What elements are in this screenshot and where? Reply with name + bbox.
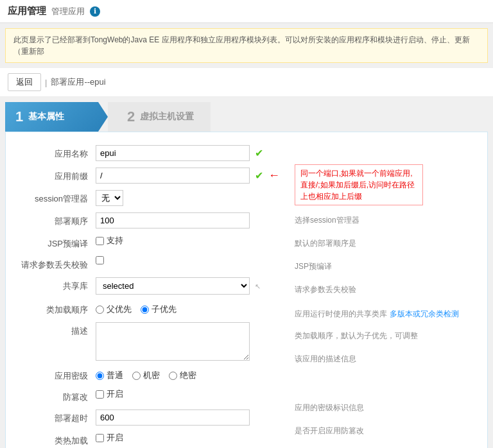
- load-order-label: 类加载顺序: [19, 301, 96, 316]
- deploy-order-input[interactable]: [96, 212, 250, 228]
- load-order-wrap: 父优先 子优先: [96, 301, 282, 315]
- security-topsecret-radio[interactable]: [169, 372, 177, 380]
- jsp-checkbox-text: 支持: [107, 235, 123, 246]
- load-order-row: 类加载顺序 父优先 子优先: [19, 301, 282, 316]
- jsp-checkbox[interactable]: [96, 237, 104, 245]
- info-icon[interactable]: ℹ: [90, 6, 100, 17]
- desc-wrap: [96, 322, 282, 361]
- shared-lib-hint: 应用运行时使用的共享类库: [295, 308, 387, 320]
- security-normal-text: 普通: [107, 370, 123, 381]
- security-secret-label[interactable]: 机密: [132, 370, 160, 381]
- jsp-checkbox-label[interactable]: 支持: [96, 235, 123, 246]
- shared-lib-wrap: selected ↖: [96, 277, 282, 295]
- shared-lib-select[interactable]: selected: [96, 277, 250, 295]
- session-hint: 选择session管理器: [295, 212, 474, 230]
- jsp-row: JSP预编译 支持: [19, 235, 282, 250]
- shared-lib-hint-row: 应用运行时使用的共享类库 多版本或冗余类检测: [295, 304, 474, 322]
- security-wrap: 普通 机密 绝密: [96, 367, 282, 381]
- page-header: 应用管理 管理应用 ℹ: [0, 0, 493, 23]
- tamper-hint: 是否开启应用防篡改: [295, 422, 474, 440]
- red-arrow-icon: ←: [268, 169, 280, 182]
- param-validate-wrap: [96, 256, 282, 264]
- step-header: 1 基本属性 2 虚拟主机设置: [5, 102, 488, 132]
- back-button[interactable]: 返回: [8, 73, 41, 91]
- load-order-parent-label[interactable]: 父优先: [96, 304, 132, 315]
- page-subtitle: 管理应用: [51, 6, 85, 17]
- session-wrap: 无: [96, 190, 282, 206]
- security-secret-radio[interactable]: [132, 372, 141, 380]
- load-order-child-label[interactable]: 子优先: [141, 304, 177, 315]
- shared-lib-label: 共享库: [19, 277, 96, 292]
- form-two-col: 应用名称 ✔ 应用前缀 ✔ ←: [19, 145, 474, 448]
- desc-label: 描述: [19, 322, 96, 337]
- security-topsecret-text: 绝密: [180, 370, 196, 381]
- app-name-label: 应用名称: [19, 145, 96, 160]
- hot-reload-checkbox-text: 开启: [107, 432, 123, 444]
- jsp-wrap: 支持: [96, 235, 282, 246]
- deploy-order-row: 部署顺序: [19, 212, 282, 228]
- breadcrumb: 返回 | 部署应用--epui: [0, 68, 493, 97]
- hot-reload-checkbox-label[interactable]: 开启: [96, 432, 123, 444]
- app-prefix-row: 应用前缀 ✔ ←: [19, 168, 282, 184]
- shared-lib-row: 共享库 selected ↖: [19, 277, 282, 295]
- info-bar: 此页显示了已经部署到TongWeb的Java EE 应用程序和独立应用程序模块列…: [5, 28, 488, 63]
- cursor-icon: ↖: [255, 282, 261, 291]
- timeout-label: 部署超时: [19, 409, 96, 424]
- jsp-label: JSP预编译: [19, 235, 96, 250]
- annotation-text: 同一个端口,如果就一个前端应用,直接/;如果加后缀后,访问时在路径上也相应加上后…: [300, 169, 415, 201]
- app-name-check-icon: ✔: [255, 147, 263, 159]
- session-row: session管理器 无: [19, 190, 282, 206]
- param-validate-label: 请求参数丢失校验: [19, 256, 96, 271]
- deploy-order-label: 部署顺序: [19, 212, 96, 227]
- shared-lib-link[interactable]: 多版本或冗余类检测: [390, 308, 459, 320]
- load-order-child-radio[interactable]: [141, 306, 149, 314]
- main-content: 1 基本属性 2 虚拟主机设置 应用名称 ✔ 应: [5, 102, 488, 448]
- app-name-wrap: ✔: [96, 145, 282, 161]
- desc-textarea[interactable]: [96, 322, 250, 361]
- param-validate-hint: 请求参数丢失校验: [295, 281, 474, 299]
- hot-reload-row: 类热加载 开启: [19, 432, 282, 447]
- left-column: 应用名称 ✔ 应用前缀 ✔ ←: [19, 145, 282, 448]
- tamper-wrap: 开启: [96, 388, 282, 400]
- timeout-wrap: [96, 409, 282, 426]
- load-order-parent-radio[interactable]: [96, 306, 104, 314]
- right-appname-spacer: [295, 145, 474, 163]
- security-topsecret-label[interactable]: 绝密: [169, 370, 196, 381]
- app-prefix-check-icon: ✔: [255, 169, 263, 182]
- app-prefix-input[interactable]: [96, 168, 250, 184]
- session-label: session管理器: [19, 190, 96, 205]
- step1-tab[interactable]: 1 基本属性: [5, 102, 108, 132]
- tamper-checkbox[interactable]: [96, 390, 104, 399]
- timeout-input[interactable]: [96, 409, 250, 426]
- security-normal-radio[interactable]: [96, 372, 104, 380]
- security-row: 应用密级 普通 机密 绝密: [19, 367, 282, 382]
- hot-reload-label: 类热加载: [19, 432, 96, 447]
- tamper-checkbox-text: 开启: [107, 388, 123, 400]
- hot-reload-checkbox[interactable]: [96, 434, 104, 442]
- security-label: 应用密级: [19, 367, 96, 382]
- page-title: 应用管理: [8, 5, 46, 17]
- form-panel: 应用名称 ✔ 应用前缀 ✔ ←: [5, 132, 488, 448]
- breadcrumb-separator: |: [45, 78, 47, 87]
- load-order-hint: 类加载顺序，默认为子优先，可调整: [295, 327, 474, 345]
- annotation-box: 同一个端口,如果就一个前端应用,直接/;如果加后缀后,访问时在路径上也相应加上后…: [295, 164, 423, 205]
- session-select[interactable]: 无: [96, 190, 123, 206]
- deploy-order-hint: 默认的部署顺序是: [295, 235, 474, 253]
- app-prefix-wrap: ✔ ←: [96, 168, 282, 184]
- right-column: 同一个端口,如果就一个前端应用,直接/;如果加后缀后,访问时在路径上也相应加上后…: [282, 145, 474, 448]
- tamper-row: 防篡改 开启: [19, 388, 282, 403]
- step2-label: 虚拟主机设置: [140, 111, 194, 123]
- load-order-parent-text: 父优先: [107, 304, 132, 315]
- app-name-input[interactable]: [96, 145, 250, 161]
- timeout-hint: 部署超时时间，合法值：1-3600，默认值：600，单位：秒。: [295, 445, 474, 448]
- step1-label: 基本属性: [28, 111, 64, 123]
- tamper-checkbox-label[interactable]: 开启: [96, 388, 123, 400]
- security-secret-text: 机密: [143, 370, 160, 381]
- param-validate-checkbox[interactable]: [96, 256, 104, 264]
- prefix-annotation-row: 同一个端口,如果就一个前端应用,直接/;如果加后缀后,访问时在路径上也相应加上后…: [295, 164, 474, 205]
- deploy-order-wrap: [96, 212, 282, 228]
- step2-tab[interactable]: 2 虚拟主机设置: [108, 102, 211, 132]
- breadcrumb-path: 部署应用--epui: [51, 76, 105, 88]
- timeout-row: 部署超时: [19, 409, 282, 426]
- security-normal-label[interactable]: 普通: [96, 370, 123, 381]
